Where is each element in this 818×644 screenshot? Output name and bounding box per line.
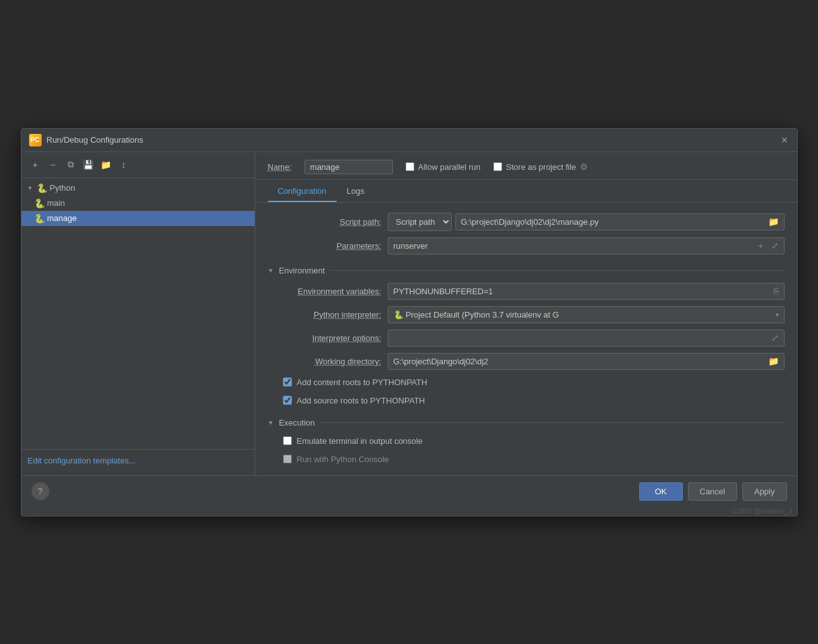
script-path-label: Script path: (268, 217, 382, 227)
sidebar-item-python[interactable]: ▾ 🐍 Python (21, 181, 255, 196)
ok-button[interactable]: OK (639, 482, 683, 501)
environment-line (330, 270, 784, 271)
apply-button[interactable]: Apply (742, 482, 787, 501)
run-python-console-row: Run with Python Console (268, 453, 785, 465)
execution-title: Execution (279, 418, 315, 427)
name-input[interactable] (304, 160, 393, 174)
allow-parallel-group: Allow parallel run (406, 162, 481, 172)
remove-config-button[interactable]: − (45, 157, 61, 172)
parameters-add-button[interactable]: + (755, 239, 766, 252)
environment-section-header: ▼ Environment (268, 261, 785, 277)
add-config-button[interactable]: + (28, 157, 43, 172)
interpreter-options-label: Interpreter options: (268, 333, 382, 343)
env-vars-input[interactable] (388, 283, 769, 299)
sidebar-item-main[interactable]: 🐍 main (21, 196, 255, 211)
working-dir-label: Working directory: (268, 357, 382, 366)
interpreter-label: Python interpreter: (268, 310, 382, 319)
parameters-input[interactable] (388, 238, 754, 254)
help-button[interactable]: ? (32, 482, 49, 500)
watermark: CSDN @wakeyo_J (21, 507, 797, 516)
config-panel: Name: Allow parallel run Store as projec… (255, 152, 797, 475)
title-bar: PC Run/Debug Configurations ✕ (21, 129, 797, 152)
parameters-input-wrap: + ⤢ (388, 237, 785, 254)
python-group-label: Python (50, 183, 75, 193)
working-dir-row: Working directory: 📁 (268, 353, 785, 370)
config-body: Script path: Script path 📁 Parameters: (255, 203, 797, 475)
save-config-button[interactable]: 💾 (81, 157, 96, 172)
add-content-roots-label[interactable]: Add content roots to PYTHONPATH (297, 378, 428, 387)
sidebar: + − ⧉ 💾 📁 ↕ ▾ 🐍 Python 🐍 main (21, 152, 255, 475)
script-path-row: Script path: Script path 📁 (268, 213, 785, 231)
script-path-input[interactable] (456, 214, 763, 230)
sidebar-tree: ▾ 🐍 Python 🐍 main 🐍 manage (21, 178, 255, 449)
allow-parallel-checkbox[interactable] (406, 162, 414, 171)
bottom-bar: ? OK Cancel Apply (21, 475, 797, 507)
run-debug-dialog: PC Run/Debug Configurations ✕ + − ⧉ 💾 📁 … (21, 128, 798, 516)
script-path-wrap: Script path 📁 (388, 213, 785, 231)
parameters-label: Parameters: (268, 241, 382, 251)
execution-section-header: ▼ Execution (268, 413, 785, 429)
cancel-button[interactable]: Cancel (688, 482, 737, 501)
sort-config-button[interactable]: ↕ (116, 157, 131, 172)
edit-templates-link[interactable]: Edit configuration templates... (28, 456, 136, 465)
script-path-dropdown[interactable]: Script path (388, 213, 452, 231)
working-dir-input[interactable] (388, 354, 763, 369)
interpreter-options-wrap: ⤢ (388, 330, 785, 347)
sidebar-item-manage[interactable]: 🐍 manage (21, 211, 255, 226)
folder-config-button[interactable]: 📁 (99, 157, 114, 172)
parameters-row: Parameters: + ⤢ (268, 237, 785, 254)
working-dir-wrap: 📁 (388, 353, 785, 370)
script-path-input-wrap: 📁 (455, 213, 785, 230)
emulate-terminal-label[interactable]: Emulate terminal in output console (297, 436, 423, 446)
interpreter-select[interactable]: 🐍 Project Default (Python 3.7 virtualenv… (388, 307, 784, 323)
tab-logs[interactable]: Logs (337, 180, 375, 202)
emulate-terminal-row: Emulate terminal in output console (268, 435, 785, 447)
add-content-roots-row: Add content roots to PYTHONPATH (268, 376, 785, 388)
name-label: Name: (268, 162, 292, 172)
env-vars-input-wrap: ⎘ (388, 283, 785, 300)
python-group-icon: 🐍 (37, 183, 47, 193)
expand-icon: ▾ (27, 184, 34, 191)
title-bar-left: PC Run/Debug Configurations (29, 134, 143, 146)
main-content: + − ⧉ 💾 📁 ↕ ▾ 🐍 Python 🐍 main (21, 152, 797, 475)
interpreter-options-expand-button[interactable]: ⤢ (769, 331, 781, 344)
env-vars-copy-button[interactable]: ⎘ (771, 285, 781, 297)
env-vars-label: Environment variables: (268, 287, 382, 296)
allow-parallel-label[interactable]: Allow parallel run (418, 162, 481, 172)
interpreter-options-input[interactable] (388, 330, 766, 346)
env-vars-row: Environment variables: ⎘ (268, 283, 785, 300)
sidebar-footer: Edit configuration templates... (21, 449, 255, 475)
add-source-roots-checkbox[interactable] (283, 396, 292, 405)
environment-title: Environment (279, 266, 325, 275)
interpreter-select-wrap: 🐍 Project Default (Python 3.7 virtualenv… (388, 306, 785, 323)
emulate-terminal-checkbox[interactable] (283, 436, 292, 445)
add-source-roots-label[interactable]: Add source roots to PYTHONPATH (297, 396, 425, 405)
execution-line (320, 422, 785, 423)
add-source-roots-row: Add source roots to PYTHONPATH (268, 395, 785, 407)
store-project-checkbox[interactable] (493, 162, 502, 171)
sidebar-toolbar: + − ⧉ 💾 📁 ↕ (21, 152, 255, 178)
main-label: main (47, 198, 65, 208)
store-project-settings-button[interactable]: ⚙ (580, 162, 588, 172)
tabs-bar: Configuration Logs (255, 180, 797, 203)
store-project-label[interactable]: Store as project file (506, 162, 576, 172)
environment-chevron[interactable]: ▼ (268, 267, 274, 274)
execution-chevron[interactable]: ▼ (268, 419, 274, 426)
interpreter-options-row: Interpreter options: ⤢ (268, 330, 785, 347)
working-dir-folder-button[interactable]: 📁 (766, 355, 781, 367)
manage-icon: 🐍 (34, 213, 45, 224)
parameters-expand-button[interactable]: ⤢ (769, 239, 781, 252)
manage-label: manage (47, 213, 77, 223)
copy-config-button[interactable]: ⧉ (63, 157, 78, 172)
dialog-title: Run/Debug Configurations (47, 135, 143, 145)
main-icon: 🐍 (34, 198, 45, 208)
store-project-group: Store as project file ⚙ (493, 162, 588, 172)
interpreter-row: Python interpreter: 🐍 Project Default (P… (268, 306, 785, 323)
app-icon: PC (29, 134, 42, 146)
close-button[interactable]: ✕ (779, 135, 790, 145)
run-python-console-label[interactable]: Run with Python Console (297, 455, 389, 464)
tab-configuration[interactable]: Configuration (268, 180, 337, 202)
script-path-folder-button[interactable]: 📁 (766, 215, 781, 228)
add-content-roots-checkbox[interactable] (283, 378, 292, 386)
run-python-console-checkbox[interactable] (283, 455, 292, 463)
